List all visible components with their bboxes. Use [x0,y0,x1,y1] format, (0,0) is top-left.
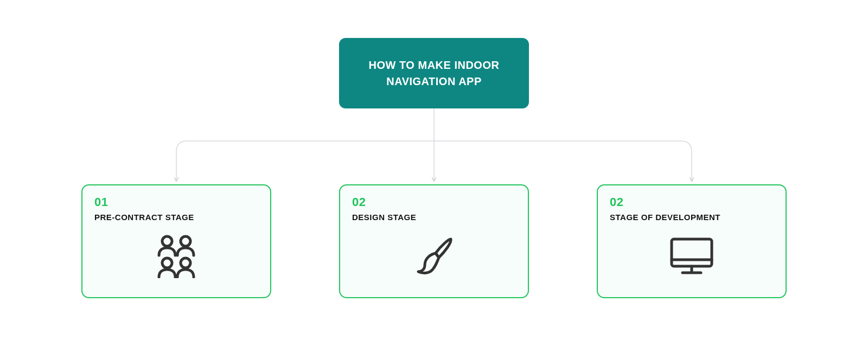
stage-card-pre-contract: 01 PRE-CONTRACT STAGE [81,184,271,298]
stage-number: 02 [610,195,774,209]
stage-title: STAGE OF DEVELOPMENT [610,213,774,222]
svg-point-0 [162,236,172,246]
stage-number: 02 [352,195,516,209]
diagram-canvas: HOW TO MAKE INDOOR NAVIGATION APP 01 PRE… [0,0,868,347]
monitor-icon [610,226,774,286]
diagram-title: HOW TO MAKE INDOOR NAVIGATION APP [350,57,518,89]
svg-point-1 [181,236,190,246]
svg-rect-4 [672,239,712,266]
people-icon [94,226,258,286]
svg-point-3 [181,258,190,268]
stage-title: DESIGN STAGE [352,213,516,222]
stage-number: 01 [94,195,258,209]
svg-point-2 [162,258,172,268]
diagram-title-box: HOW TO MAKE INDOOR NAVIGATION APP [339,38,529,108]
stage-title: PRE-CONTRACT STAGE [94,213,258,222]
stage-card-design: 02 DESIGN STAGE [339,184,529,298]
stage-card-development: 02 STAGE OF DEVELOPMENT [597,184,787,298]
brush-icon [352,226,516,286]
